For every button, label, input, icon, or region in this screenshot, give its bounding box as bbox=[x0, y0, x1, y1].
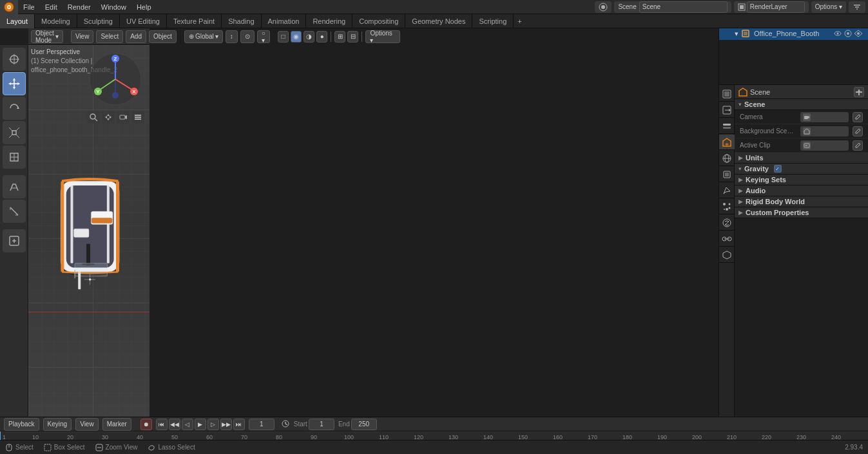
prop-edit-btn[interactable]: ○ ▾ bbox=[257, 30, 270, 43]
props-tab-modifiers[interactable] bbox=[719, 183, 735, 198]
select-menu[interactable]: Select bbox=[96, 30, 123, 43]
menu-icon-btn[interactable] bbox=[131, 111, 144, 124]
props-tab-scene[interactable] bbox=[719, 135, 735, 150]
props-tab-data[interactable] bbox=[719, 247, 735, 263]
scene-name-input[interactable] bbox=[639, 1, 728, 13]
current-frame-input[interactable] bbox=[249, 419, 275, 430]
add-workspace-btn[interactable]: + bbox=[514, 17, 525, 25]
props-pin-btn[interactable] bbox=[854, 87, 864, 97]
active-clip-value[interactable] bbox=[800, 140, 849, 151]
rigid-body-section-header[interactable]: ▶ Rigid Body World bbox=[735, 196, 868, 207]
playback-menu[interactable]: Playback bbox=[4, 418, 39, 431]
props-tab-object[interactable] bbox=[719, 167, 735, 182]
pan-icon-btn[interactable] bbox=[102, 111, 115, 124]
view-timeline-menu[interactable]: View bbox=[75, 418, 99, 431]
tab-scripting[interactable]: Scripting bbox=[472, 14, 514, 28]
navigation-gizmo[interactable]: Z Y X bbox=[86, 50, 144, 108]
record-btn[interactable]: ⏺ bbox=[140, 419, 152, 430]
menu-help[interactable]: Help bbox=[131, 0, 157, 14]
tab-compositing[interactable]: Compositing bbox=[352, 14, 405, 28]
prev-keyframe-btn[interactable]: ◁ bbox=[182, 419, 193, 430]
outliner-item-phone-booth[interactable]: ▾ Office_Phone_Booth bbox=[719, 27, 868, 40]
viewport-3d[interactable]: User Perspective (1) Scene Collection | … bbox=[28, 45, 149, 417]
menu-window[interactable]: Window bbox=[96, 0, 131, 14]
options-viewport-btn[interactable]: Options ▾ bbox=[365, 30, 400, 43]
tab-animation[interactable]: Animation bbox=[262, 14, 307, 28]
props-tab-view-layer[interactable] bbox=[719, 118, 735, 134]
viewport-canvas[interactable]: User Perspective (1) Scene Collection | … bbox=[28, 45, 149, 417]
tab-modeling[interactable]: Modeling bbox=[35, 14, 77, 28]
scene-name-display[interactable]: Scene bbox=[614, 1, 731, 13]
mode-select[interactable]: Object Mode ▾ bbox=[31, 30, 63, 43]
add-object-tool[interactable] bbox=[3, 229, 26, 252]
camera-value[interactable] bbox=[800, 112, 849, 122]
camera-icon-btn[interactable] bbox=[117, 111, 130, 124]
menu-render[interactable]: Render bbox=[63, 0, 96, 14]
units-section-header[interactable]: ▶ Units bbox=[735, 153, 868, 164]
rendered-btn[interactable]: ● bbox=[316, 31, 327, 43]
tab-texture-paint[interactable]: Texture Paint bbox=[167, 14, 222, 28]
keying-sets-section-header[interactable]: ▶ Keying Sets bbox=[735, 175, 868, 185]
menu-edit[interactable]: Edit bbox=[40, 0, 63, 14]
add-menu[interactable]: Add bbox=[126, 30, 146, 43]
custom-props-section-header[interactable]: ▶ Custom Properties bbox=[735, 207, 868, 218]
move-tool[interactable] bbox=[3, 72, 26, 95]
view-menu[interactable]: View bbox=[71, 30, 94, 43]
render-visibility-icon[interactable] bbox=[854, 29, 863, 38]
bg-scene-edit-btn[interactable] bbox=[853, 126, 863, 137]
solid-btn[interactable]: ◉ bbox=[291, 31, 302, 43]
tab-shading[interactable]: Shading bbox=[222, 14, 261, 28]
jump-end-btn[interactable]: ⏭ bbox=[233, 419, 245, 430]
bg-scene-value[interactable] bbox=[800, 126, 849, 137]
audio-section-header[interactable]: ▶ Audio bbox=[735, 185, 868, 196]
props-tab-physics[interactable] bbox=[719, 215, 735, 231]
jump-start-btn[interactable]: ⏮ bbox=[156, 419, 168, 430]
scene-section-header[interactable]: ▾ Scene bbox=[735, 99, 868, 110]
pivot-point[interactable]: ↕ bbox=[226, 30, 238, 43]
filter-btn[interactable] bbox=[849, 1, 865, 13]
marker-menu[interactable]: Marker bbox=[102, 418, 131, 431]
overlay-btn[interactable]: ⊞ bbox=[334, 31, 345, 43]
annotate-tool[interactable] bbox=[3, 175, 26, 198]
tab-uv-editing[interactable]: UV Editing bbox=[120, 14, 167, 28]
play-btn[interactable]: ▶ bbox=[195, 419, 206, 430]
xray-btn[interactable]: ⊟ bbox=[347, 31, 358, 43]
object-menu[interactable]: Object bbox=[149, 30, 177, 43]
end-frame-input[interactable] bbox=[351, 419, 377, 430]
transform-dropdown[interactable]: ⊕ Global ▾ bbox=[184, 30, 223, 43]
jump-back-btn[interactable]: ◀◀ bbox=[169, 419, 180, 430]
snap-toggle[interactable]: ⊙ bbox=[240, 30, 255, 43]
zoom-icon-btn[interactable] bbox=[87, 111, 100, 124]
gravity-checkbox[interactable]: ✓ bbox=[774, 165, 782, 173]
render-layer-input[interactable] bbox=[747, 1, 805, 13]
eye-icon-2[interactable] bbox=[833, 29, 842, 38]
rotate-tool[interactable] bbox=[3, 97, 26, 120]
wireframe-btn[interactable]: □ bbox=[278, 31, 289, 43]
props-tab-output[interactable] bbox=[719, 102, 735, 118]
scale-tool[interactable] bbox=[3, 121, 26, 144]
active-clip-edit-btn[interactable] bbox=[853, 140, 863, 151]
tab-rendering[interactable]: Rendering bbox=[306, 14, 352, 28]
props-tab-render[interactable] bbox=[719, 86, 735, 102]
measure-tool[interactable] bbox=[3, 200, 26, 223]
cursor-tool[interactable] bbox=[3, 48, 26, 71]
props-tab-constraints[interactable] bbox=[719, 231, 735, 247]
camera-edit-btn[interactable] bbox=[853, 112, 863, 122]
start-frame-input[interactable] bbox=[309, 419, 334, 430]
keying-menu[interactable]: Keying bbox=[43, 418, 72, 431]
menu-file[interactable]: File bbox=[18, 0, 40, 14]
svg-rect-6 bbox=[740, 5, 744, 9]
jump-fwd-btn[interactable]: ▶▶ bbox=[220, 419, 232, 430]
tab-sculpting[interactable]: Sculpting bbox=[77, 14, 120, 28]
render-layer-display[interactable] bbox=[734, 1, 809, 13]
options-btn[interactable]: Options ▾ bbox=[811, 1, 846, 13]
transform-tool[interactable] bbox=[3, 146, 26, 169]
props-tab-particles[interactable] bbox=[719, 199, 735, 214]
next-keyframe-btn[interactable]: ▷ bbox=[207, 419, 219, 430]
hide-viewport-icon[interactable] bbox=[844, 29, 853, 38]
material-btn[interactable]: ◑ bbox=[304, 31, 314, 43]
tab-geometry-nodes[interactable]: Geometry Nodes bbox=[405, 14, 472, 28]
props-tab-world[interactable] bbox=[719, 151, 735, 166]
gravity-section-header[interactable]: ▾ Gravity ✓ bbox=[735, 164, 868, 175]
tab-layout[interactable]: Layout bbox=[0, 14, 35, 28]
